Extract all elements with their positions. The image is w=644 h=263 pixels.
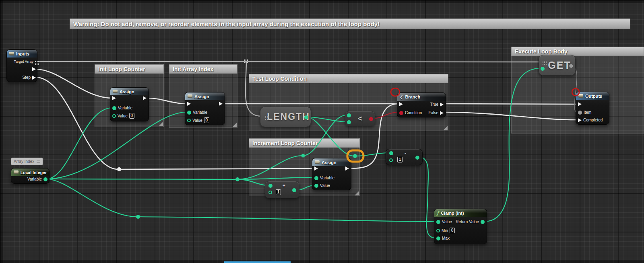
bottom-accent-strip bbox=[224, 261, 291, 263]
node-assign-counter[interactable]: Assign Variable Value0 bbox=[110, 87, 149, 121]
exec-pin-icon bbox=[578, 102, 582, 106]
int-in-pin-a[interactable] bbox=[347, 113, 351, 117]
int-pin-icon bbox=[187, 111, 191, 115]
pin-false[interactable]: False bbox=[429, 111, 444, 115]
function-icon: ƒ bbox=[437, 210, 439, 216]
pin-variable[interactable]: Variable bbox=[314, 176, 334, 180]
pin-variable[interactable]: Variable bbox=[187, 110, 207, 115]
exec-pin-icon bbox=[219, 102, 223, 106]
assign-icon bbox=[113, 90, 118, 93]
node-outputs[interactable]: Outputs Item Completed bbox=[576, 92, 609, 125]
pin-exec-out[interactable] bbox=[32, 67, 36, 71]
resize-handle[interactable] bbox=[355, 191, 359, 195]
resize-handle[interactable] bbox=[232, 123, 237, 127]
pin-exec-out[interactable] bbox=[219, 102, 223, 106]
node-assign-index[interactable]: Assign Variable Value0 bbox=[185, 92, 225, 125]
node-less-than[interactable]: < bbox=[345, 111, 375, 126]
int-literal-pin[interactable] bbox=[389, 158, 393, 162]
int-in-pin-b[interactable] bbox=[347, 120, 351, 124]
int-pin-icon bbox=[187, 119, 191, 122]
int-pin-icon bbox=[314, 176, 318, 180]
int-out-pin[interactable] bbox=[292, 188, 296, 192]
value-input[interactable]: 0 bbox=[129, 113, 134, 119]
array-pin-icon bbox=[35, 61, 36, 62]
pin-value[interactable]: Value0 bbox=[187, 117, 209, 123]
pin-condition[interactable]: Condition bbox=[399, 111, 422, 115]
node-assign-increment[interactable]: Assign Variable Value bbox=[312, 158, 351, 190]
node-clamp-int[interactable]: ƒClamp (int) Value Return Value Min0 Max bbox=[434, 209, 487, 244]
pin-step[interactable]: Step bbox=[22, 75, 36, 80]
literal-input[interactable]: 1 bbox=[276, 189, 281, 195]
pin-true[interactable]: True bbox=[430, 102, 444, 107]
int-in-pin[interactable] bbox=[541, 67, 545, 71]
blueprint-graph-canvas[interactable]: Warning: Do not add, remove, or reorder … bbox=[0, 0, 644, 263]
pin-exec-in[interactable] bbox=[399, 102, 403, 106]
reroute-int-1[interactable] bbox=[235, 177, 239, 181]
wire-array-target-to-get bbox=[35, 62, 540, 62]
comment-title[interactable]: Init Loop Counter bbox=[95, 64, 164, 74]
pin-min[interactable]: Min0 bbox=[436, 228, 455, 233]
pin-exec-out[interactable] bbox=[143, 96, 147, 100]
pin-value[interactable]: Value0 bbox=[112, 113, 134, 119]
int-out-pin[interactable] bbox=[415, 156, 419, 160]
pin-variable-out[interactable]: Variable bbox=[27, 177, 47, 181]
resize-handle[interactable] bbox=[443, 126, 448, 130]
node-subtract-one[interactable]: 1 - bbox=[386, 149, 423, 165]
int-pin-icon bbox=[314, 184, 318, 188]
array-pin-icon[interactable] bbox=[543, 61, 543, 62]
node-title: Assign bbox=[194, 94, 209, 99]
int-in-pin[interactable] bbox=[389, 151, 393, 155]
reroute-exec[interactable] bbox=[117, 167, 121, 171]
resize-handle[interactable] bbox=[159, 122, 163, 126]
pin-exec-in[interactable] bbox=[187, 102, 191, 106]
value-input[interactable]: 0 bbox=[204, 117, 209, 123]
bool-pin-icon bbox=[399, 111, 403, 115]
node-array-length[interactable]: LENGTH bbox=[260, 107, 311, 127]
pin-completed[interactable]: Completed bbox=[578, 118, 603, 122]
bool-out-pin[interactable] bbox=[369, 117, 373, 121]
pin-max[interactable]: Max bbox=[436, 236, 450, 240]
node-array-get[interactable]: GET bbox=[539, 55, 576, 76]
exec-pin-icon bbox=[112, 96, 116, 100]
comment-title[interactable]: Execute Loop Body bbox=[511, 47, 644, 56]
exec-pin-icon bbox=[440, 111, 444, 115]
comment-title[interactable]: Init Array Index bbox=[169, 64, 237, 74]
pin-value[interactable]: Value bbox=[314, 183, 330, 188]
comment-warning-title[interactable]: Warning: Do not add, remove, or reorder … bbox=[70, 18, 630, 29]
min-input[interactable]: 0 bbox=[450, 228, 455, 233]
literal-input[interactable]: 1 bbox=[397, 157, 402, 162]
operator-symbol: + bbox=[283, 183, 285, 189]
comment-title[interactable]: Test Loop Condition bbox=[249, 74, 448, 83]
node-branch[interactable]: ❮Branch Condition True False bbox=[397, 92, 446, 117]
int-out-pin[interactable] bbox=[304, 115, 308, 119]
pin-exec-in[interactable] bbox=[112, 96, 116, 100]
node-title: LENGTH bbox=[267, 111, 310, 122]
node-inputs[interactable]: Inputs Target Array Step bbox=[6, 49, 37, 82]
bubble-pin-icon[interactable] bbox=[37, 160, 40, 163]
node-add-one[interactable]: 1 + bbox=[265, 181, 299, 198]
array-pin-icon[interactable] bbox=[265, 116, 266, 117]
int-in-pin[interactable] bbox=[268, 184, 272, 188]
reroute-int-2[interactable] bbox=[136, 215, 140, 219]
node-local-integer[interactable]: Local Integer Variable bbox=[11, 168, 50, 184]
node-title: Branch bbox=[405, 95, 420, 99]
tunnel-icon bbox=[9, 52, 14, 55]
pin-return-value[interactable]: Return Value bbox=[456, 220, 485, 224]
comment-title[interactable]: Increment Loop Counter bbox=[249, 138, 360, 148]
wire-int-var-main bbox=[46, 179, 237, 179]
node-comment-bubble[interactable]: Array Index bbox=[11, 158, 43, 165]
reroute-array-grid-icon[interactable] bbox=[244, 59, 245, 60]
pin-exec-in[interactable] bbox=[314, 166, 318, 171]
int-literal-pin[interactable] bbox=[268, 191, 272, 194]
int-pin-icon bbox=[112, 114, 116, 118]
pin-target-array[interactable]: Target Array bbox=[14, 60, 36, 64]
pin-variable[interactable]: Variable bbox=[112, 106, 132, 110]
graph-edge-bottom bbox=[0, 260, 644, 263]
pin-exec-out[interactable] bbox=[345, 166, 349, 171]
pin-value[interactable]: Value bbox=[436, 220, 452, 224]
pin-exec-in[interactable] bbox=[578, 102, 582, 106]
comment-warning[interactable]: Warning: Do not add, remove, or reorder … bbox=[70, 18, 630, 29]
pin-item[interactable]: Item bbox=[578, 110, 591, 115]
exec-pin-icon bbox=[399, 102, 403, 106]
exec-pin-icon bbox=[143, 96, 147, 100]
